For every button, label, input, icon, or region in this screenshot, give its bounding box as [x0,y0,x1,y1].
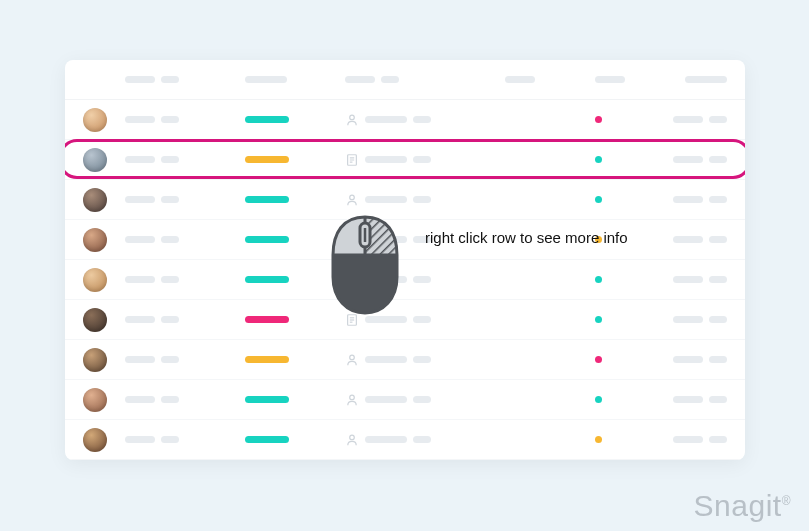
tail-cell [667,156,727,163]
status-dot [595,116,602,123]
tail-cell [667,276,727,283]
column-header[interactable] [667,76,727,83]
column-header[interactable] [595,76,667,83]
avatar [83,308,107,332]
status-pill [245,436,289,443]
column-header[interactable] [125,76,245,83]
watermark: Snagit® [694,489,791,523]
status-cell [245,396,345,403]
status-cell [245,316,345,323]
person-icon [345,113,359,127]
type-cell [345,273,505,287]
table-row[interactable] [65,140,745,180]
table-row[interactable] [65,300,745,340]
name-cell [125,116,245,123]
type-cell [345,193,505,207]
status-dot [595,436,602,443]
avatar [83,348,107,372]
document-icon [345,273,359,287]
status-pill [245,396,289,403]
status-cell [245,276,345,283]
avatar [83,148,107,172]
name-cell [125,276,245,283]
avatar [83,228,107,252]
watermark-brand: Snagit [694,489,782,522]
status-pill [245,276,289,283]
status-dot [595,396,602,403]
column-header[interactable] [505,76,595,83]
indicator-cell [595,316,667,323]
column-header[interactable] [345,76,505,83]
svg-point-0 [350,115,355,120]
status-dot [595,276,602,283]
type-cell [345,233,505,247]
status-cell [245,156,345,163]
avatar [83,268,107,292]
status-dot [595,156,602,163]
avatar [83,388,107,412]
name-cell [125,316,245,323]
table-row[interactable] [65,340,745,380]
name-cell [125,356,245,363]
person-icon [345,433,359,447]
status-pill [245,236,289,243]
svg-point-5 [350,195,355,200]
tail-cell [667,316,727,323]
name-cell [125,156,245,163]
status-cell [245,196,345,203]
tail-cell [667,116,727,123]
type-cell [345,153,505,167]
avatar [83,188,107,212]
svg-point-16 [350,395,355,400]
status-pill [245,356,289,363]
name-cell [125,196,245,203]
table-row[interactable] [65,260,745,300]
type-cell [345,313,505,327]
status-pill [245,116,289,123]
status-cell [245,356,345,363]
tail-cell [667,196,727,203]
document-icon [345,153,359,167]
avatar [83,108,107,132]
name-cell [125,236,245,243]
column-header[interactable] [245,76,345,83]
svg-point-17 [350,435,355,440]
type-cell [345,113,505,127]
indicator-cell [595,396,667,403]
status-dot [595,316,602,323]
tail-cell [667,356,727,363]
indicator-cell [595,116,667,123]
status-dot [595,196,602,203]
watermark-registered: ® [782,494,791,508]
svg-point-6 [350,235,355,240]
document-icon [345,313,359,327]
data-table-card [65,60,745,460]
table-row[interactable] [65,380,745,420]
indicator-cell [595,156,667,163]
person-icon [345,233,359,247]
table-header [65,60,745,100]
indicator-cell [595,236,667,243]
status-cell [245,436,345,443]
name-cell [125,396,245,403]
type-cell [345,393,505,407]
person-icon [345,353,359,367]
status-dot [595,356,602,363]
table-row[interactable] [65,420,745,460]
name-cell [125,436,245,443]
type-cell [345,353,505,367]
status-cell [245,116,345,123]
table-row[interactable] [65,180,745,220]
table-row[interactable] [65,220,745,260]
status-cell [245,236,345,243]
table-body [65,100,745,460]
tail-cell [667,396,727,403]
avatar [83,428,107,452]
indicator-cell [595,436,667,443]
svg-point-15 [350,355,355,360]
status-pill [245,156,289,163]
indicator-cell [595,356,667,363]
person-icon [345,393,359,407]
table-row[interactable] [65,100,745,140]
tail-cell [667,236,727,243]
